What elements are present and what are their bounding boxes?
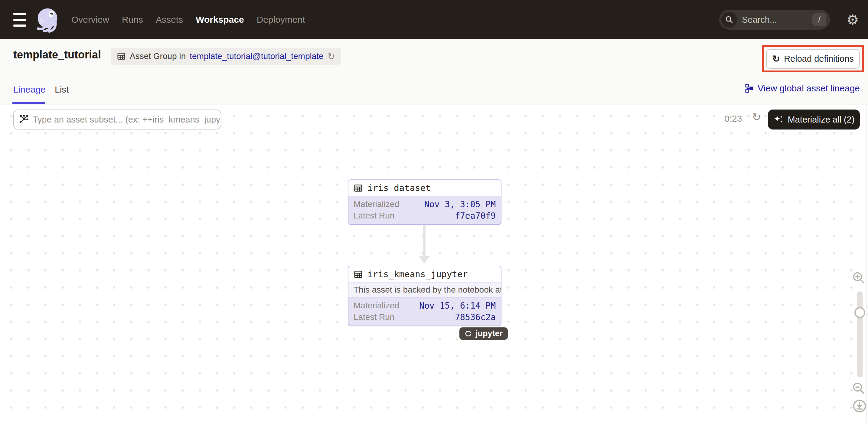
asset-subset-input[interactable] — [28, 115, 221, 125]
table-icon — [353, 270, 363, 279]
materialize-all-button[interactable]: Materialize all (2) — [768, 110, 860, 129]
tab-bar: Lineage List View global asset lineage — [0, 74, 868, 104]
latest-run-row: Latest Run f7ea70f9 — [353, 210, 496, 221]
search-shortcut-badge: / — [812, 13, 826, 26]
asset-description: This asset is backed by the notebook at … — [348, 282, 501, 297]
badge-reload-icon[interactable]: ↻ — [328, 51, 335, 62]
asset-node-iris-kmeans-jupyter[interactable]: iris_kmeans_jupyter This asset is backed… — [348, 266, 501, 326]
materialized-row: Materialized Nov 15, 6:14 PM — [353, 300, 496, 311]
asset-name: iris_kmeans_jupyter — [368, 269, 468, 279]
materialized-row: Materialized Nov 3, 3:05 PM — [353, 199, 496, 210]
refresh-timer: 0:23 — [724, 114, 745, 124]
op-selector-icon — [19, 115, 28, 124]
active-tab-indicator — [12, 102, 45, 104]
lineage-graph-icon — [745, 84, 754, 93]
reload-definitions-button[interactable]: ↻ Reload definitions — [766, 49, 860, 69]
page-title: template_tutorial — [13, 49, 101, 61]
zoom-in-icon[interactable] — [852, 271, 865, 284]
menu-icon[interactable] — [13, 13, 26, 27]
sparkle-icon — [773, 114, 784, 125]
zoom-out-icon[interactable] — [852, 382, 865, 395]
refresh-icon[interactable]: ↻ — [752, 112, 761, 123]
compute-kind-tag-jupyter[interactable]: jupyter — [459, 327, 508, 340]
materialized-timestamp[interactable]: Nov 3, 3:05 PM — [424, 200, 496, 209]
table-icon — [353, 183, 363, 193]
view-global-asset-lineage-link[interactable]: View global asset lineage — [745, 83, 860, 93]
asset-group-prefix: Asset Group in — [130, 52, 186, 61]
latest-run-row: Latest Run 78536c2a — [353, 311, 496, 323]
nav-workspace[interactable]: Workspace — [196, 14, 244, 25]
asset-name: iris_dataset — [368, 183, 431, 193]
materialized-timestamp[interactable]: Nov 15, 6:14 PM — [419, 301, 496, 311]
jupyter-icon — [465, 330, 472, 337]
download-image-icon[interactable] — [852, 399, 867, 413]
lineage-edge-arrowhead — [418, 256, 430, 264]
search-input[interactable]: / — [719, 10, 830, 30]
zoom-slider-handle[interactable] — [855, 307, 865, 318]
reload-icon: ↻ — [772, 54, 780, 64]
asset-group-badge: Asset Group in template_tutorial@tutoria… — [111, 48, 341, 65]
scrollbar-track[interactable] — [866, 105, 868, 423]
nav-runs[interactable]: Runs — [122, 14, 143, 25]
tab-lineage[interactable]: Lineage — [13, 84, 46, 95]
nav-deployment[interactable]: Deployment — [257, 14, 305, 25]
asset-group-link[interactable]: template_tutorial@tutorial_template — [190, 52, 323, 61]
run-id-link[interactable]: 78536c2a — [455, 312, 496, 322]
nav-overview[interactable]: Overview — [71, 14, 109, 25]
asset-node-iris-dataset[interactable]: iris_dataset Materialized Nov 3, 3:05 PM… — [348, 179, 501, 225]
asset-group-icon — [117, 52, 126, 61]
search-icon — [721, 12, 737, 28]
primary-nav: Overview Runs Assets Workspace Deploymen… — [71, 0, 305, 39]
tab-list[interactable]: List — [55, 84, 69, 95]
zoom-slider-track[interactable] — [857, 291, 863, 377]
lineage-canvas[interactable]: 0:23 ↻ Materialize all (2) iris_dataset — [0, 105, 867, 423]
lineage-edge — [423, 225, 426, 256]
search-field[interactable] — [737, 15, 812, 25]
nav-assets[interactable]: Assets — [156, 14, 183, 25]
asset-subset-filter[interactable] — [13, 110, 221, 129]
dagster-workspace-page: Overview Runs Assets Workspace Deploymen… — [0, 0, 868, 423]
top-navigation-bar: Overview Runs Assets Workspace Deploymen… — [0, 0, 868, 39]
settings-gear-icon[interactable]: ⚙ — [845, 12, 860, 27]
dagster-logo-icon[interactable] — [33, 5, 63, 34]
run-id-link[interactable]: f7ea70f9 — [455, 211, 496, 221]
